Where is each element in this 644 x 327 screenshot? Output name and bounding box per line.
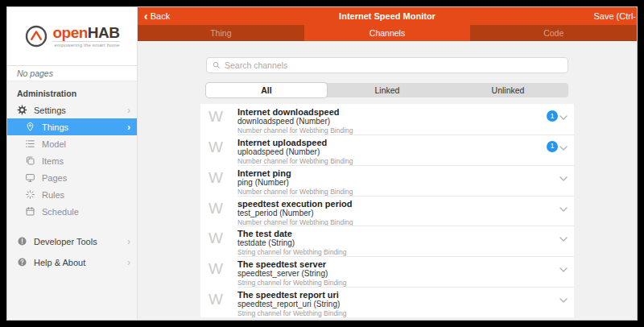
chevron-down-icon[interactable] <box>559 261 568 275</box>
top-bar: ‹ Back Internet Speed Monitor Save (Ctrl… <box>138 7 637 25</box>
channel-description: Number channel for Webthing Binding <box>237 218 559 226</box>
channel-description: String channel for Webthing Binding <box>237 279 559 287</box>
chevron-down-icon[interactable] <box>559 109 568 123</box>
channel-texts: speedtest execution periodtest_period (N… <box>237 198 559 226</box>
filter-segment-linked[interactable]: Linked <box>327 83 448 97</box>
channel-id: test_period (Number) <box>237 209 559 218</box>
sidebar-item-help-about[interactable]: Help & About› <box>7 254 137 271</box>
channel-initial-icon: W <box>208 198 237 216</box>
channel-row[interactable]: WThe speedtest report urispeedtest_repor… <box>200 287 574 317</box>
openhab-logo-icon <box>24 24 48 48</box>
channel-title: Internet uploadspeed <box>237 138 547 147</box>
chevron-right-icon: › <box>127 237 130 246</box>
channel-row-actions <box>559 198 568 215</box>
save-button[interactable]: Save (Ctrl- <box>593 7 637 25</box>
back-chevron-icon: ‹ <box>144 10 148 22</box>
channel-id: downloadspeed (Number) <box>237 117 547 126</box>
sidebar-item-label: Developer Tools <box>34 237 97 246</box>
channel-row[interactable]: WInternet downloadspeeddownloadspeed (Nu… <box>200 104 574 135</box>
tab-channels[interactable]: Channels <box>304 25 471 41</box>
sidebar-item-developer-tools[interactable]: Developer Tools› <box>7 233 137 250</box>
chevron-down-icon[interactable] <box>559 139 568 154</box>
channel-description: Number channel for Webthing Binding <box>237 188 559 196</box>
chevron-down-icon[interactable] <box>559 201 568 215</box>
chevron-right-icon: › <box>127 122 130 132</box>
openhab-logo: openHAB empowering the smart home <box>7 7 137 65</box>
sidebar-item-things[interactable]: Things› <box>7 118 137 135</box>
sidebar-nav: Administration Settings›Things›ModelItem… <box>7 81 137 320</box>
tab-thing[interactable]: Thing <box>138 25 304 41</box>
sidebar-item-items[interactable]: Items <box>7 152 137 169</box>
channel-description: Number channel for Webthing Binding <box>237 157 547 165</box>
channel-description: Number channel for Webthing Binding <box>237 126 547 135</box>
gear-icon <box>17 105 27 115</box>
channel-row[interactable]: WThe speedtest serverspeedtest_server (S… <box>200 256 574 287</box>
copy-icon <box>25 155 35 166</box>
channel-initial-icon: W <box>208 289 237 307</box>
sidebar-item-schedule[interactable]: Schedule <box>7 203 137 220</box>
sidebar-item-label: Rules <box>42 190 64 200</box>
brand-name: openHAB <box>52 25 119 40</box>
search-input[interactable] <box>225 60 562 70</box>
channel-row-actions <box>559 228 568 245</box>
channel-title: The speedtest server <box>237 259 559 269</box>
sparkle-icon <box>25 189 35 200</box>
sidebar-item-label: Things <box>42 122 68 132</box>
sidebar: openHAB empowering the smart home No pag… <box>7 7 138 320</box>
channel-id: testdate (String) <box>237 238 559 248</box>
channel-row-actions <box>559 289 568 306</box>
channel-initial-icon: W <box>208 259 237 276</box>
channel-description: String channel for Webthing Binding <box>237 248 559 256</box>
sidebar-item-label: Settings <box>34 106 66 115</box>
linked-items-badge: 1 <box>547 110 558 122</box>
channel-title: Internet downloadspeed <box>237 107 547 117</box>
sidebar-item-model[interactable]: Model <box>7 135 137 152</box>
list-icon <box>25 139 35 149</box>
channel-title: The speedtest report uri <box>237 290 559 300</box>
filter-segment-all[interactable]: All <box>206 83 327 97</box>
sidebar-item-settings[interactable]: Settings› <box>7 101 137 118</box>
sidebar-item-pages[interactable]: Pages <box>7 169 137 186</box>
channel-list: WInternet downloadspeeddownloadspeed (Nu… <box>200 104 574 317</box>
screenshot-stage: openHAB empowering the smart home No pag… <box>0 0 644 327</box>
sidebar-item-label: Pages <box>42 173 67 183</box>
channel-row[interactable]: WInternet uploadspeeduploadspeed (Number… <box>200 135 574 165</box>
chevron-down-icon[interactable] <box>559 292 568 306</box>
channel-initial-icon: W <box>208 168 237 185</box>
channel-title: Internet ping <box>237 168 559 178</box>
channel-title: The test date <box>237 229 559 238</box>
channel-initial-icon: W <box>208 137 237 155</box>
administration-section-label: Administration <box>7 85 137 101</box>
chevron-down-icon[interactable] <box>559 230 568 245</box>
chevron-down-icon[interactable] <box>559 170 568 184</box>
no-pages-label: No pages <box>7 65 137 81</box>
channel-texts: The speedtest serverspeedtest_server (St… <box>237 259 559 287</box>
sidebar-item-label: Items <box>42 156 64 166</box>
brand-tagline: empowering the smart home <box>52 41 119 48</box>
channel-row[interactable]: Wspeedtest execution periodtest_period (… <box>200 196 574 226</box>
tab-code[interactable]: Code <box>470 25 637 41</box>
sidebar-item-label: Help & About <box>34 258 85 267</box>
page-title: Internet Speed Monitor <box>339 11 436 21</box>
channel-id: uploadspeed (Number) <box>237 147 547 157</box>
channel-id: ping (Number) <box>237 178 559 188</box>
channel-description: String channel for Webthing Binding <box>237 309 559 317</box>
channel-id: speedtest_server (String) <box>237 269 559 279</box>
channel-initial-icon: W <box>208 106 237 124</box>
filter-segment-unlinked[interactable]: Unlinked <box>448 83 568 97</box>
channel-row-actions <box>559 168 568 184</box>
sidebar-item-rules[interactable]: Rules <box>7 186 137 203</box>
search-icon <box>213 61 221 69</box>
back-button[interactable]: ‹ Back <box>144 7 170 25</box>
monitor-icon <box>25 172 35 183</box>
channel-row[interactable]: WThe test datetestdate (String)String ch… <box>200 226 574 256</box>
search-bar <box>206 57 568 73</box>
chevron-right-icon: › <box>127 258 130 267</box>
link-filter-segmented-control: AllLinkedUnlinked <box>206 83 568 97</box>
channel-row-actions: 1 <box>547 137 568 154</box>
channel-texts: The speedtest report urispeedtest_report… <box>237 289 559 317</box>
channel-row[interactable]: WInternet pingping (Number)Number channe… <box>200 165 574 196</box>
main-panel: ‹ Back Internet Speed Monitor Save (Ctrl… <box>138 7 637 320</box>
chevron-right-icon: › <box>127 106 130 115</box>
pin-icon <box>25 122 35 132</box>
